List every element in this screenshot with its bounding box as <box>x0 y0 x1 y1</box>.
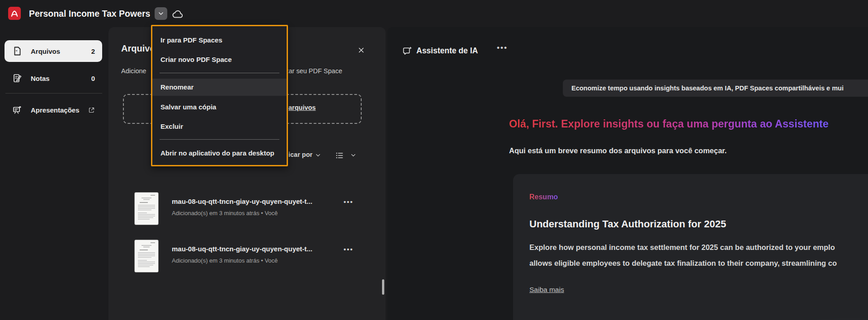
file-row[interactable]: mau-08-uq-qtt-tncn-giay-uy-quyen-quyet-t… <box>108 238 386 283</box>
files-panel-subtitle-fragment: Adicione <box>121 67 146 75</box>
space-context-menu: Ir para PDF Spaces Criar novo PDF Space … <box>151 25 288 166</box>
ai-panel-title: Assistente de IA <box>416 46 478 56</box>
ai-assistant-icon <box>402 46 413 56</box>
menu-item-delete[interactable]: Excluir <box>152 118 287 135</box>
list-view-icon[interactable] <box>335 151 344 160</box>
ai-assistant-panel: Assistente de IA ••• Economize tempo usa… <box>387 27 868 320</box>
menu-item-save-copy[interactable]: Salvar uma cópia <box>152 99 287 116</box>
space-title: Personal Income Tax Powers <box>29 0 150 27</box>
summary-card-tag: Resumo <box>529 193 558 201</box>
file-thumbnail <box>134 192 159 225</box>
menu-divider <box>160 139 279 140</box>
chevron-down-icon[interactable] <box>315 152 321 159</box>
files-icon: “ <box>12 46 23 56</box>
ai-promo-banner: Economize tempo usando insights baseados… <box>563 80 868 97</box>
menu-item-open-desktop-app[interactable]: Abrir no aplicativo do para desktop <box>152 145 287 162</box>
file-more-button[interactable]: ••• <box>344 245 359 257</box>
external-link-icon <box>88 107 95 113</box>
sidebar-item-label: Arquivos <box>31 47 60 55</box>
file-name: mau-08-uq-qtt-tncn-giay-uy-quyen-quyet-t… <box>172 198 312 205</box>
summary-card: Resumo Understanding Tax Authorization f… <box>513 174 868 320</box>
menu-item-create-pdf-space[interactable]: Criar novo PDF Space <box>152 51 287 68</box>
ai-greeting-heading: Olá, First. Explore insights ou faça uma… <box>509 118 829 130</box>
sidebar-divider <box>5 93 102 94</box>
file-meta: Adicionado(s) em 3 minutos atrás • Você <box>172 210 278 216</box>
close-icon <box>357 46 365 54</box>
ai-panel-more-button[interactable]: ••• <box>497 43 508 52</box>
scrollbar-thumb[interactable] <box>382 279 384 295</box>
file-meta: Adicionado(s) em 3 minutos atrás • Você <box>172 257 278 264</box>
sidebar-item-arquivos[interactable]: “ Arquivos 2 <box>5 40 102 62</box>
top-bar: Personal Income Tax Powers <box>0 0 868 27</box>
arquivos-count-badge: 2 <box>91 47 95 55</box>
notes-icon <box>12 73 23 84</box>
svg-text:“: “ <box>15 49 18 54</box>
sidebar-item-label: Apresentações <box>31 106 80 114</box>
cloud-sync-icon[interactable] <box>171 8 185 20</box>
file-row[interactable]: mau-08-uq-qtt-tncn-giay-uy-quyen-quyet-t… <box>108 191 386 236</box>
menu-item-rename[interactable]: Renomear <box>152 79 287 96</box>
sort-by-label-fragment[interactable]: icar por <box>288 151 312 158</box>
acrobat-logo-icon <box>8 7 21 20</box>
summary-card-body-line: allows eligible employees to delegate ta… <box>529 259 837 268</box>
space-menu-button[interactable] <box>155 7 167 20</box>
menu-divider <box>160 73 279 73</box>
file-name: mau-08-uq-qtt-tncn-giay-uy-quyen-quyet-t… <box>172 245 312 253</box>
sidebar-item-notas[interactable]: Notas 0 <box>5 68 102 89</box>
presentation-icon <box>12 104 23 115</box>
close-button[interactable] <box>355 44 367 56</box>
chevron-down-icon <box>157 10 165 17</box>
sidebar: “ Arquivos 2 Notas 0 Apresentações <box>0 27 108 320</box>
file-more-button[interactable]: ••• <box>344 198 359 210</box>
menu-item-go-to-pdf-spaces[interactable]: Ir para PDF Spaces <box>152 32 287 49</box>
learn-more-link[interactable]: Saiba mais <box>529 286 564 294</box>
chevron-down-icon[interactable] <box>350 152 357 159</box>
summary-card-title: Understanding Tax Authorization for 2025 <box>529 218 726 230</box>
sidebar-item-label: Notas <box>31 75 50 82</box>
summary-card-body-line: Explore how personal income tax settleme… <box>529 243 835 252</box>
notas-count-badge: 0 <box>91 75 95 82</box>
ai-greeting-subtext: Aqui está um breve resumo dos arquivos p… <box>509 146 726 155</box>
select-files-link[interactable]: arquivos <box>288 104 316 111</box>
sidebar-item-apresentacoes[interactable]: Apresentações <box>5 100 102 119</box>
file-thumbnail <box>134 240 159 273</box>
files-panel-subtitle-fragment: izar seu PDF Space <box>284 67 342 75</box>
